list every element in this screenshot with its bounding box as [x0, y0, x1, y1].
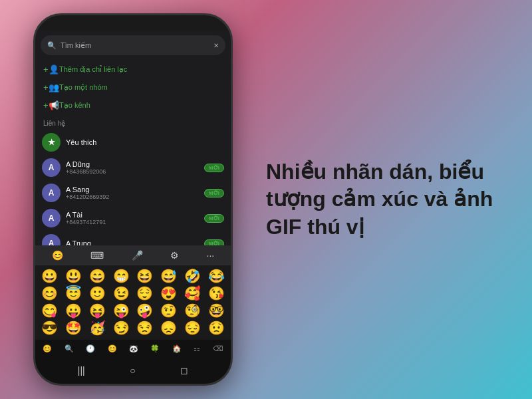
avatar-tai: A: [42, 209, 61, 227]
contact-name-favorites: Yêu thích: [66, 138, 224, 146]
contact-item-tai[interactable]: A A Tài +84937412791 MỚI: [35, 205, 231, 231]
emoji-relieved[interactable]: 😌: [136, 285, 153, 301]
menu-items-list: +👤 Thêm địa chỉ liên lạc +👥 Tạo một nhóm…: [35, 58, 231, 117]
main-headline: Nhiều nhãn dán, biểu tượng cảm xúc và ản…: [266, 158, 505, 241]
contact-info-favorites: Yêu thích: [66, 138, 224, 146]
emoji-nerd[interactable]: 🤓: [208, 303, 225, 319]
contact-phone-sang: +841202669392: [66, 194, 199, 200]
emoji-big-smile[interactable]: 😄: [89, 268, 106, 284]
kb-emoji-icon[interactable]: 😊: [43, 344, 52, 353]
emoji-worried[interactable]: 😟: [208, 320, 225, 336]
contact-info-sang: A Sang +841202669392: [66, 186, 199, 200]
contact-name-dung: A Dũng: [66, 160, 199, 168]
emoji-raised-eyebrow[interactable]: 🤨: [160, 303, 177, 319]
search-bar[interactable]: 🔍 Tìm kiếm ✕: [41, 35, 225, 55]
emoji-partying[interactable]: 🥳: [89, 320, 106, 336]
close-icon[interactable]: ✕: [213, 42, 219, 49]
contact-name-trung: A Trung: [66, 239, 199, 245]
kb-nature-icon[interactable]: 🍀: [150, 344, 160, 353]
new-badge-tai: MỚI: [204, 214, 224, 223]
new-badge-sang: MỚI: [204, 189, 224, 198]
emoji-unamused[interactable]: 😒: [136, 320, 153, 336]
emoji-grinning[interactable]: 😀: [41, 268, 58, 284]
contact-list: ★ Yêu thích A A Dũng +84368592006 MỚI: [35, 130, 231, 245]
create-group-item[interactable]: +👥 Tạo một nhóm: [35, 78, 231, 96]
emoji-toolbar-icon[interactable]: 😊: [52, 250, 63, 261]
search-icon: 🔍: [47, 41, 57, 50]
more-toolbar-icon[interactable]: ···: [207, 250, 215, 261]
kb-delete-icon[interactable]: ⌫: [213, 344, 223, 353]
emoji-monocle[interactable]: 🧐: [184, 303, 201, 319]
emoji-kissing-heart[interactable]: 😘: [208, 285, 225, 301]
home-nav-icon[interactable]: ○: [130, 365, 135, 376]
create-group-label: Tạo một nhóm: [59, 83, 108, 92]
emoji-wink[interactable]: 😉: [113, 285, 130, 301]
avatar-favorites: ★: [42, 133, 61, 152]
phone-frame: 🔍 Tìm kiếm ✕ +👤 Thêm địa chỉ liên lạc +👥…: [33, 13, 233, 386]
search-toolbar-icon[interactable]: ⌨: [90, 250, 104, 261]
emoji-sweat-smile[interactable]: 😅: [160, 268, 177, 284]
contact-item-sang[interactable]: A A Sang +841202669392 MỚI: [35, 180, 231, 205]
create-group-icon: +👥: [43, 82, 54, 92]
kb-grid-icon[interactable]: ⚏: [194, 344, 200, 353]
create-channel-label: Tạo kênh: [59, 101, 90, 110]
phone-screen: 🔍 Tìm kiếm ✕ +👤 Thêm địa chỉ liên lạc +👥…: [35, 30, 231, 357]
emoji-smile[interactable]: 😊: [41, 285, 58, 301]
emoji-row-3: 😋 😛 😝 😜 🤪 🤨 🧐 🤓: [38, 303, 228, 319]
emoji-heart-eyes[interactable]: 😍: [160, 285, 177, 301]
contact-item-favorites[interactable]: ★ Yêu thích: [35, 130, 231, 155]
kb-face-icon[interactable]: 😊: [108, 344, 117, 353]
new-badge-trung: MỚI: [204, 239, 224, 246]
emoji-sunglasses[interactable]: 😎: [41, 320, 58, 336]
emoji-crazy[interactable]: 🤪: [136, 303, 153, 319]
emoji-wink-tongue[interactable]: 😜: [113, 303, 130, 319]
emoji-keyboard: 😀 😃 😄 😁 😆 😅 🤣 😂 😊 😇 🙂 😉 😌 😍: [35, 265, 231, 340]
kb-panda-icon[interactable]: 🐼: [129, 344, 138, 353]
avatar-dung: A: [42, 158, 61, 177]
add-contact-label: Thêm địa chỉ liên lạc: [59, 65, 127, 74]
kb-recent-icon[interactable]: 🕐: [86, 344, 95, 353]
phone-mockup: 🔍 Tìm kiếm ✕ +👤 Thêm địa chỉ liên lạc +👥…: [20, 7, 246, 392]
keyboard-bottom-bar: 😊 🔍 🕐 😊 🐼 🍀 🏠 ⚏ ⌫: [35, 340, 231, 357]
keyboard-toolbar: 😊 ⌨ 🎤 ⚙ ···: [35, 245, 231, 265]
search-input[interactable]: Tìm kiếm: [61, 41, 209, 50]
mic-toolbar-icon[interactable]: 🎤: [132, 250, 143, 261]
emoji-squint[interactable]: 😆: [136, 268, 153, 284]
contact-info-dung: A Dũng +84368592006: [66, 160, 199, 175]
emoji-disappointed[interactable]: 😞: [160, 320, 177, 336]
kb-search-icon[interactable]: 🔍: [65, 344, 74, 353]
contact-info-tai: A Tài +84937412791: [66, 211, 199, 225]
emoji-yum[interactable]: 😋: [41, 303, 58, 319]
emoji-grinning2[interactable]: 😃: [65, 268, 82, 284]
phone-nav-bar: ||| ○ ◻: [35, 357, 231, 384]
create-channel-item[interactable]: +📢 Tạo kênh: [35, 96, 231, 114]
emoji-joy[interactable]: 😂: [208, 268, 225, 284]
recents-nav-icon[interactable]: ◻: [180, 365, 188, 376]
emoji-squinting[interactable]: 😝: [89, 303, 106, 319]
emoji-star-struck[interactable]: 🤩: [65, 320, 82, 336]
contact-item-trung[interactable]: A A Trung MỚI: [35, 231, 231, 245]
add-contact-icon: +👤: [43, 65, 54, 74]
settings-toolbar-icon[interactable]: ⚙: [170, 250, 179, 261]
contact-name-sang: A Sang: [66, 186, 199, 194]
back-nav-icon[interactable]: |||: [78, 365, 85, 376]
right-content: Nhiều nhãn dán, biểu tượng cảm xúc và ản…: [246, 132, 532, 268]
emoji-row-1: 😀 😃 😄 😁 😆 😅 🤣 😂: [38, 268, 228, 284]
add-contact-item[interactable]: +👤 Thêm địa chỉ liên lạc: [35, 61, 231, 78]
new-badge-dung: MỚI: [204, 164, 224, 172]
contact-name-tai: A Tài: [66, 211, 199, 219]
emoji-pensive[interactable]: 😔: [184, 320, 201, 336]
contact-phone-dung: +84368592006: [66, 168, 199, 175]
avatar-trung: A: [42, 234, 61, 245]
contact-item-dung[interactable]: A A Dũng +84368592006 MỚI: [35, 155, 231, 180]
emoji-stuck-out[interactable]: 😛: [65, 303, 82, 319]
kb-home-icon[interactable]: 🏠: [172, 344, 182, 353]
emoji-smiling-hearts[interactable]: 🥰: [184, 285, 201, 301]
emoji-row-4: 😎 🤩 🥳 😏 😒 😞 😔 😟: [38, 320, 228, 336]
emoji-slightly-smile[interactable]: 🙂: [89, 285, 106, 301]
emoji-rolling[interactable]: 🤣: [184, 268, 201, 284]
emoji-smirk[interactable]: 😏: [113, 320, 130, 336]
emoji-grin[interactable]: 😁: [113, 268, 130, 284]
emoji-innocent[interactable]: 😇: [65, 285, 82, 301]
create-channel-icon: +📢: [43, 100, 54, 110]
